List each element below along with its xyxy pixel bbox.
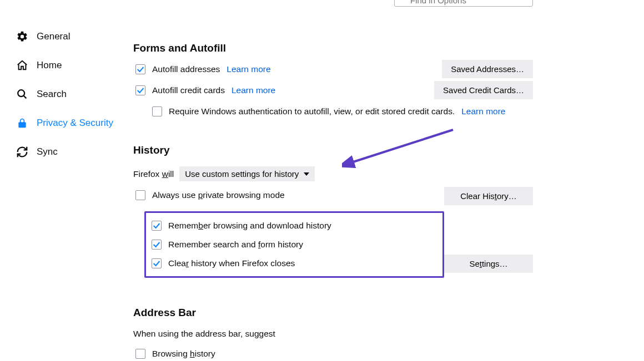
checkbox-clear-on-close[interactable] <box>152 258 162 268</box>
checkbox-autofill-cards[interactable] <box>135 85 145 95</box>
lock-icon <box>16 116 29 130</box>
home-icon <box>16 59 29 72</box>
sidebar-item-general[interactable]: General <box>0 22 133 51</box>
link-learn-more-cards[interactable]: Learn more <box>232 85 275 95</box>
label-autofill-cards: Autofill credit cards <box>152 85 225 95</box>
row-remember-search: Remember search and form history <box>149 240 331 250</box>
section-history: History Firefox will Use custom settings… <box>133 144 533 280</box>
row-browsing-history: Browsing history <box>133 349 533 359</box>
label-clear-on-close: Clear history when Firefox closes <box>168 258 295 268</box>
sidebar-label-privacy: Privacy & Security <box>37 118 113 129</box>
sync-icon <box>16 145 29 159</box>
sidebar-label-home: Home <box>37 60 62 71</box>
label-browsing-history: Browsing history <box>152 349 215 359</box>
row-history-mode: Firefox will Use custom settings for his… <box>133 166 533 181</box>
search-input[interactable]: Find in Options <box>394 0 533 7</box>
clear-history-button[interactable]: Clear History… <box>444 187 533 205</box>
saved-addresses-button[interactable]: Saved Addresses… <box>442 60 533 78</box>
label-autofill-addresses: Autofill addresses <box>152 64 220 74</box>
svg-line-1 <box>24 96 27 99</box>
row-clear-on-close: Clear history when Firefox closes <box>149 258 331 268</box>
sidebar: General Home Search Privacy & Security S… <box>0 0 133 361</box>
history-title: History <box>133 144 533 156</box>
sidebar-label-sync: Sync <box>37 146 58 157</box>
label-remember-search: Remember search and form history <box>168 240 303 250</box>
checkbox-remember-browsing[interactable] <box>152 221 162 231</box>
checkbox-autofill-addresses[interactable] <box>135 64 145 74</box>
label-always-private: Always use private browsing mode <box>152 190 285 200</box>
label-remember-browsing: Remember browsing and download history <box>168 221 331 231</box>
address-bar-desc: When using the address bar, suggest <box>133 329 533 339</box>
row-autofill-addresses: Autofill addresses Learn more Saved Addr… <box>133 64 533 74</box>
sidebar-item-privacy[interactable]: Privacy & Security <box>0 109 133 138</box>
sidebar-item-home[interactable]: Home <box>0 51 133 80</box>
sidebar-label-general: General <box>37 31 70 42</box>
section-forms-autofill: Forms and Autofill Autofill addresses Le… <box>133 42 533 116</box>
checkbox-always-private[interactable] <box>135 190 145 200</box>
checkbox-browsing-history[interactable] <box>135 349 145 359</box>
section-address-bar: Address Bar When using the address bar, … <box>133 307 533 359</box>
row-remember-browsing: Remember browsing and download history <box>149 221 331 231</box>
label-require-win-auth: Require Windows authentication to autofi… <box>169 106 455 116</box>
search-icon <box>16 88 29 101</box>
link-learn-more-addresses[interactable]: Learn more <box>227 64 270 74</box>
sidebar-item-search[interactable]: Search <box>0 80 133 109</box>
checkbox-require-win-auth[interactable] <box>152 106 162 116</box>
row-require-win-auth: Require Windows authentication to autofi… <box>133 106 533 116</box>
address-bar-title: Address Bar <box>133 307 533 319</box>
label-firefox-will: Firefox will <box>133 169 174 179</box>
content: Find in Options Forms and Autofill Autof… <box>133 0 644 361</box>
row-autofill-cards: Autofill credit cards Learn more Saved C… <box>133 85 533 95</box>
checkbox-remember-search[interactable] <box>152 240 162 250</box>
history-options-highlight: Remember browsing and download history R… <box>144 211 444 278</box>
forms-title: Forms and Autofill <box>133 42 533 54</box>
search-placeholder: Find in Options <box>410 0 466 5</box>
select-history-mode[interactable]: Use custom settings for history <box>179 166 315 181</box>
gear-icon <box>16 30 29 43</box>
sidebar-label-search: Search <box>37 89 67 100</box>
history-settings-button[interactable]: Settings… <box>444 255 533 273</box>
svg-point-0 <box>18 90 24 96</box>
saved-cards-button[interactable]: Saved Credit Cards… <box>434 81 533 99</box>
sidebar-item-sync[interactable]: Sync <box>0 138 133 166</box>
link-learn-more-win-auth[interactable]: Learn more <box>461 106 505 116</box>
